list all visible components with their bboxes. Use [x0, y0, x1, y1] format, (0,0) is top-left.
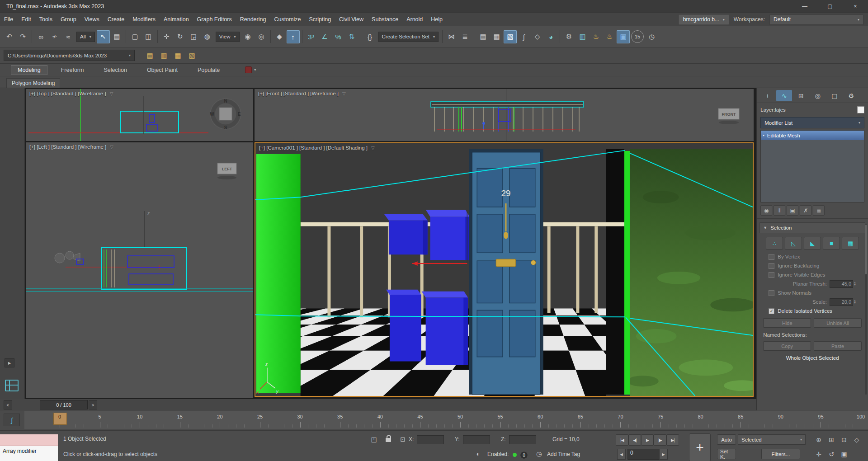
vertex-mode-button[interactable]: ∴	[766, 237, 783, 249]
spinner-snap-icon[interactable]: ⇅	[345, 30, 359, 43]
show-end-result-icon[interactable]: ‖	[774, 205, 785, 216]
next-frame-button[interactable]: |▶	[654, 434, 666, 446]
selection-rollout-header[interactable]: ▼ Selection	[760, 222, 865, 233]
top-viewport-label[interactable]: [+] [Top ] [Standard ] [Wireframe ]	[29, 91, 106, 96]
create-selection-set-dropdown[interactable]: Create Selection Set▾	[378, 32, 439, 42]
selection-filter-dropdown[interactable]: All▾	[76, 32, 95, 42]
front-slab-wireframe[interactable]	[431, 102, 584, 107]
use-pivot-point-center-icon[interactable]: ◉	[241, 30, 255, 43]
paste-named-selection-button[interactable]: Paste	[814, 341, 862, 351]
set-keys-button[interactable]: +	[689, 433, 711, 461]
maximize-button[interactable]: ▢	[817, 0, 843, 13]
face-mode-button[interactable]: ◣	[804, 237, 821, 249]
material-editor-icon[interactable]: ◕	[544, 30, 557, 43]
modify-tab[interactable]: ∿	[776, 90, 792, 101]
render-in-cloud-icon[interactable]: ▣	[617, 30, 630, 43]
ribbon-tab-modeling[interactable]: Modeling	[11, 65, 47, 75]
normals-scale-field[interactable]: 20,0	[830, 298, 853, 306]
selection-lock-icon[interactable]	[383, 433, 394, 443]
expand-panel-arrow-icon[interactable]: ▶	[5, 358, 14, 367]
badge-15[interactable]: 15	[631, 30, 644, 43]
schematic-view-icon[interactable]: ◇	[531, 30, 544, 43]
scene-explorer-icon[interactable]: ▤	[476, 30, 490, 43]
filter-funnel-icon[interactable]: ▽	[342, 91, 346, 96]
z-coordinate-field[interactable]	[509, 435, 536, 444]
time-slider-track[interactable]: < 0 / 100 >	[0, 399, 756, 410]
select-by-name-icon[interactable]: ▤	[110, 30, 123, 43]
menu-views[interactable]: Views	[80, 14, 104, 24]
render-setup-icon[interactable]: ⚙	[562, 30, 576, 43]
modifier-stack[interactable]: ▪Editable Mesh	[760, 130, 864, 202]
make-unique-icon[interactable]: ▣	[787, 205, 798, 216]
time-slider-handle[interactable]: 0 / 100	[40, 400, 88, 409]
zoom-icon[interactable]: ⊕	[813, 434, 825, 445]
keyboard-shortcut-override-icon[interactable]: ↑	[287, 30, 300, 43]
viewport-left[interactable]: LEFT z	[26, 142, 253, 398]
time-tag-clock-icon[interactable]: ◷	[533, 449, 544, 459]
delete-isolated-vertices-box[interactable]: ✓	[769, 308, 774, 314]
go-to-end-button[interactable]: ▶|	[666, 434, 679, 446]
checkbox-by-vertex[interactable]: By Vertex	[757, 252, 868, 261]
previous-key-button[interactable]: ◀	[617, 449, 626, 460]
use-selection-center-icon[interactable]: ◎	[255, 30, 268, 43]
layer-explorer-icon[interactable]: ▦	[490, 30, 503, 43]
select-and-link-icon[interactable]: ∞	[34, 30, 47, 43]
left-viewport-label[interactable]: [+] [Left ] [Standard ] [Wireframe ]	[29, 144, 106, 150]
checkbox-ignore-visible-edges[interactable]: Ignore Visible Edges	[757, 270, 868, 279]
copy-named-selection-button[interactable]: Copy	[763, 341, 811, 351]
filter-funnel-icon[interactable]: ▽	[371, 146, 375, 151]
layer-color-swatch[interactable]	[857, 106, 864, 113]
ribbon-tab-populate[interactable]: Populate	[191, 66, 226, 75]
account-dropdown[interactable]: bmcgarrido b... ▾	[679, 14, 729, 25]
next-frame-slider-button[interactable]: >	[89, 400, 97, 409]
green-wall-object[interactable]	[256, 154, 301, 393]
spinner-arrows-icon[interactable]: ▲▼	[854, 282, 856, 286]
add-time-tag[interactable]: Add Time Tag	[547, 451, 580, 457]
percent-snap-icon[interactable]: %	[332, 30, 345, 43]
spinner-arrows-icon[interactable]: ▲▼	[854, 300, 856, 304]
filter-funnel-icon[interactable]: ▽	[110, 145, 113, 150]
checkbox-show-normals[interactable]: Show Normals	[757, 288, 868, 297]
progressive-display-icon[interactable]: ◐	[473, 449, 484, 459]
filter-funnel-icon[interactable]: ▽	[110, 91, 113, 96]
ignore-visible-edges-box[interactable]	[769, 272, 774, 278]
modifier-list-dropdown[interactable]: Modifier List ▾	[760, 117, 864, 128]
ribbon-tab-freeform[interactable]: Freeform	[55, 66, 90, 75]
configure-modifier-sets-icon[interactable]: ≣	[813, 205, 825, 216]
unhide-all-button[interactable]: Unhide All	[814, 318, 862, 328]
planar-thresh-field[interactable]: 45,0	[830, 280, 853, 288]
next-key-button[interactable]: ▶	[659, 449, 668, 460]
edit-named-selection-sets-icon[interactable]: {}	[363, 30, 377, 43]
ribbon-tab-object-paint[interactable]: Object Paint	[141, 66, 184, 75]
menu-substance[interactable]: Substance	[368, 14, 402, 24]
select-object-icon[interactable]: ↖	[97, 30, 110, 43]
viewport-camera[interactable]: 29	[255, 142, 754, 397]
curve-editor-icon[interactable]: ∫	[517, 30, 530, 43]
reference-coordinate-dropdown[interactable]: View▾	[216, 32, 240, 42]
ribbon-config-dropdown[interactable]: ▾	[245, 66, 256, 73]
project-folder-icon[interactable]: ▤	[144, 49, 156, 61]
menu-animation[interactable]: Animation	[160, 14, 193, 24]
by-vertex-box[interactable]	[769, 254, 774, 260]
stack-item-editable-mesh[interactable]: ▪Editable Mesh	[761, 131, 864, 140]
checkbox-ignore-backfacing[interactable]: Ignore Backfacing	[757, 261, 868, 270]
panel-scrollbar[interactable]	[865, 224, 867, 395]
zoom-all-icon[interactable]: ⊞	[826, 434, 837, 445]
menu-customize[interactable]: Customize	[270, 14, 305, 24]
checkbox-delete-isolated-vertices[interactable]: ✓Delete Isolated Vertices	[757, 306, 868, 315]
macro-recorder-pane[interactable]	[0, 434, 58, 446]
window-crossing-icon[interactable]: ◫	[142, 30, 155, 43]
ribbon-tab-selection[interactable]: Selection	[97, 66, 133, 75]
rendered-frame-window-icon[interactable]: ▥	[576, 30, 589, 43]
angle-snap-icon[interactable]: ∠	[318, 30, 331, 43]
menu-create[interactable]: Create	[104, 14, 129, 24]
door-object[interactable]: 29	[469, 149, 543, 395]
x-coordinate-field[interactable]	[417, 435, 444, 444]
menu-tools[interactable]: Tools	[35, 14, 57, 24]
ignore-backfacing-box[interactable]	[769, 263, 774, 269]
key-filters-button[interactable]: Filters...	[761, 449, 800, 459]
select-and-rotate-icon[interactable]: ↻	[174, 30, 187, 43]
frame-ruler[interactable]: 0510152025303540455055606570758085909510…	[24, 411, 868, 429]
pan-icon[interactable]: ✛	[813, 449, 825, 460]
mini-curve-editor-button[interactable]: ∫	[4, 414, 20, 426]
